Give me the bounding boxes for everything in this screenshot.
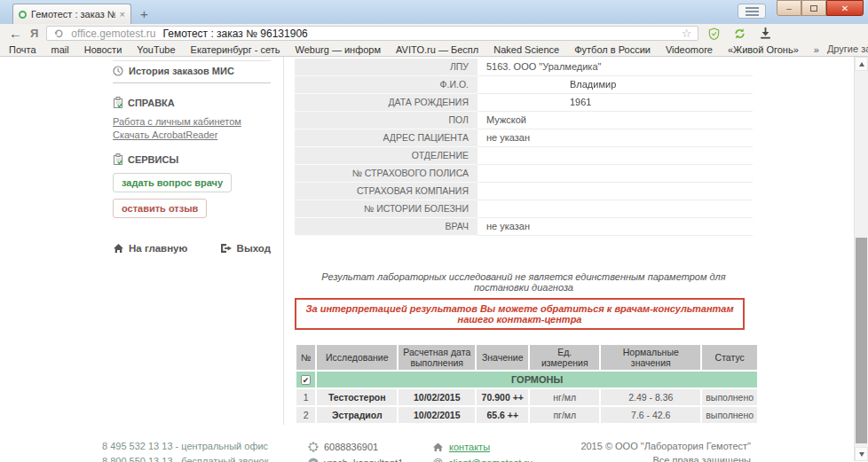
url-domain: office.gemotest.ru: [71, 27, 155, 40]
scrollbar-thumb[interactable]: [856, 238, 867, 443]
group-checkbox[interactable]: ✔: [301, 375, 311, 385]
bookmark-item[interactable]: Футбол в России: [574, 44, 651, 55]
bookmark-item[interactable]: Weburg — информ: [296, 44, 382, 55]
other-bookmarks-button[interactable]: Другие закладки ▾: [827, 43, 868, 55]
table-row: 2 Эстрадиол 10/02/2015 65.6 ++ пг/мл 7.6…: [296, 407, 757, 423]
test-name: Эстрадиол: [317, 407, 397, 423]
logout-link[interactable]: Выход: [220, 243, 271, 254]
interpretation-notice: За интерпретацией результатов Вы можете …: [295, 298, 745, 330]
group-row-hormones: ✔ ГОРМОНЫ: [296, 372, 757, 388]
divider: [113, 60, 271, 61]
field-value-sex: Мужской: [477, 112, 753, 129]
sidebar-item-history[interactable]: История заказов МИС: [113, 66, 271, 76]
bookmark-item[interactable]: Новости: [84, 44, 122, 55]
divider: [113, 82, 271, 83]
field-value-insurance: [477, 183, 753, 200]
bookmark-item[interactable]: mail: [51, 44, 69, 55]
lab-disclaimer: Результат лабораторных исследований не я…: [295, 271, 753, 293]
security-shield-icon[interactable]: [708, 27, 720, 40]
window-maximize-button[interactable]: [801, 0, 826, 16]
site-favicon: [19, 11, 27, 19]
test-status: выполнено: [702, 407, 757, 423]
bookmark-item[interactable]: Екатеринбург - сеть: [191, 44, 280, 55]
test-value: 65.6 ++: [477, 407, 528, 423]
bookmark-item[interactable]: AVITO.ru — Беспл: [396, 44, 478, 55]
icq-number: 6088836901: [324, 442, 378, 452]
results-header-row: № Исследование Расчетная дата выполнения…: [296, 345, 757, 370]
tab-list-icon: [746, 7, 759, 16]
field-value-address: не указан: [477, 129, 753, 147]
link-personal-cabinet[interactable]: Работа с личным кабинетом: [113, 116, 271, 127]
yandex-menu-button[interactable]: Я: [30, 27, 38, 40]
refresh-icon[interactable]: [53, 28, 64, 39]
page-content: История заказов МИС СПРАВКА Работа с лич…: [0, 57, 868, 461]
browser-tab[interactable]: Гемотест : заказ № 96 ×: [12, 4, 131, 24]
url-page-title: Гемотест : заказ № 96131906: [163, 27, 308, 40]
form-row: СТРАХОВАЯ КОМПАНИЯ: [295, 183, 753, 200]
skype-login: vrach_konsultant1: [324, 458, 403, 462]
test-normal-range: 2.49 - 8.36: [601, 389, 700, 405]
address-bar: ← Я office.gemotest.ru Гемотест : заказ …: [0, 24, 868, 43]
new-tab-button[interactable]: +: [140, 6, 148, 21]
feedback-button[interactable]: оставить отзыв: [113, 199, 207, 218]
vertical-scrollbar[interactable]: [854, 57, 868, 461]
test-name: Тестостерон: [317, 389, 397, 405]
scroll-up-button[interactable]: [855, 57, 868, 71]
home-link[interactable]: На главную: [113, 243, 187, 254]
field-value-policy: [477, 165, 753, 183]
field-value-department: [477, 147, 753, 165]
ask-doctor-button[interactable]: задать вопрос врачу: [113, 173, 232, 192]
bookmarks-overflow-icon[interactable]: »: [814, 44, 819, 55]
bookmark-item[interactable]: Naked Science: [493, 44, 559, 55]
scroll-down-button[interactable]: [855, 447, 868, 461]
bookmark-item[interactable]: «Живой Огонь»: [728, 44, 799, 55]
bookmark-star-icon[interactable]: ☆: [682, 27, 692, 39]
maximize-icon: [810, 5, 817, 12]
test-unit: нг/мл: [530, 389, 599, 405]
email-icon: @: [432, 457, 443, 462]
back-button[interactable]: ←: [9, 27, 22, 40]
home-icon: [432, 442, 444, 452]
table-row: 1 Тестостерон 10/02/2015 70.900 ++ нг/мл…: [296, 389, 757, 405]
browser-tab-bar: Гемотест : заказ № 96 × + – ✕: [0, 0, 868, 24]
field-value-doctor: не указан: [477, 218, 753, 236]
clipboard-icon: [113, 153, 123, 165]
download-icon[interactable]: [760, 27, 771, 39]
form-row: № СТРАХОВОГО ПОЛИСА: [295, 165, 753, 183]
test-value: 70.900 ++: [477, 389, 528, 405]
field-value-history: [477, 200, 753, 218]
form-row: ВРАЧне указан: [295, 218, 753, 236]
window-minimize-button[interactable]: –: [777, 0, 801, 16]
email-link[interactable]: client@gemotest.ru: [448, 458, 533, 462]
form-row: № ИСТОРИИ БОЛЕЗНИ: [295, 200, 753, 218]
test-normal-range: 7.6 - 42.6: [601, 407, 700, 423]
sync-icon[interactable]: [733, 27, 746, 40]
bookmark-item[interactable]: Videomore: [666, 44, 713, 55]
section-spravka: СПРАВКА: [113, 97, 271, 108]
window-close-button[interactable]: ✕: [826, 0, 864, 16]
rights-line: Все права защищены: [580, 453, 751, 462]
phone-free-call: 8 800 550 13 13 - бесплатный звонок: [102, 454, 296, 462]
contacts-link[interactable]: контакты: [449, 442, 490, 452]
arrow-down-icon: [859, 452, 864, 457]
form-row: ОТДЕЛЕНИЕ: [295, 147, 753, 165]
test-status: выполнено: [702, 389, 757, 405]
bookmark-item[interactable]: YouTube: [137, 44, 175, 55]
url-field[interactable]: office.gemotest.ru Гемотест : заказ № 96…: [46, 26, 698, 41]
tab-title: Гемотест : заказ № 96: [31, 9, 115, 20]
clipboard-icon: [113, 97, 123, 108]
results-table: № Исследование Расчетная дата выполнения…: [295, 343, 759, 425]
phone-central-office: 8 495 532 13 13 - центральный офис: [102, 439, 296, 454]
bookmarks-bar: Почта mail Новости YouTube Екатеринбург …: [0, 43, 868, 57]
tab-list-button[interactable]: [738, 4, 766, 19]
link-acrobat-reader[interactable]: Скачать AcrobatReader: [113, 129, 271, 140]
test-date: 10/02/2015: [398, 407, 475, 423]
form-row: ДАТА РОЖДЕНИЯ1961: [295, 94, 753, 112]
svg-text:S: S: [311, 459, 315, 462]
bookmark-item[interactable]: Почта: [9, 44, 36, 55]
order-details: ЛПУ5163. ООО "Уралмедика" Ф.И.О.Владимир…: [283, 57, 868, 425]
form-row: АДРЕС ПАЦИЕНТАне указан: [295, 129, 753, 147]
tab-close-icon[interactable]: ×: [120, 9, 125, 20]
skype-icon: S: [308, 458, 319, 462]
form-row: Ф.И.О.Владимир: [295, 76, 753, 94]
